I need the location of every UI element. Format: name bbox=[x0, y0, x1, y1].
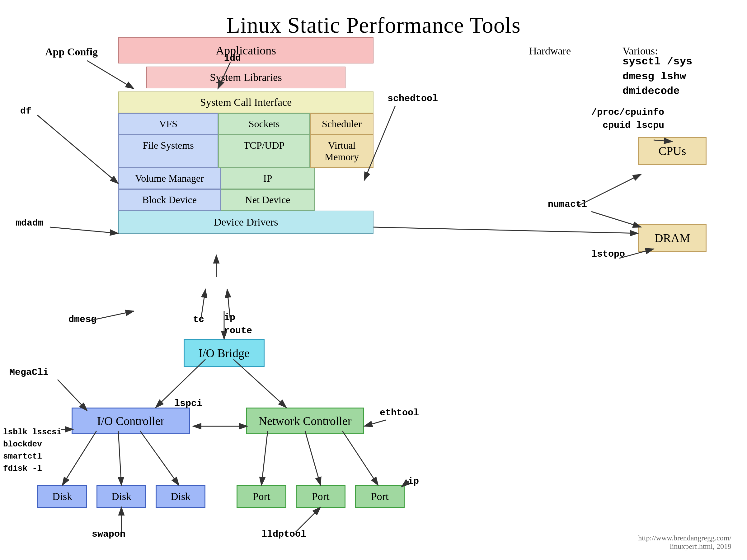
io-controller-box: I/O Controller bbox=[72, 407, 190, 434]
proc-cpuinfo-label: /proc/cpuinfocpuid lscpu bbox=[591, 106, 664, 132]
svg-line-4 bbox=[37, 115, 118, 184]
disk2-box: Disk bbox=[97, 485, 146, 508]
svg-line-26 bbox=[364, 420, 386, 426]
lldptool-label: lldptool bbox=[261, 529, 306, 539]
swapon-label: swapon bbox=[92, 529, 125, 539]
svg-line-21 bbox=[118, 431, 121, 485]
layer-net-device: Net Device bbox=[221, 189, 315, 211]
layer-scheduler: Scheduler bbox=[310, 113, 374, 135]
lstopo-label: lstopo bbox=[591, 249, 625, 260]
svg-line-23 bbox=[261, 431, 268, 485]
disk1-box: Disk bbox=[37, 485, 87, 508]
layer-tcp-udp: TCP/UDP bbox=[218, 135, 310, 168]
network-controller-box: Network Controller bbox=[246, 407, 364, 434]
svg-line-9 bbox=[591, 212, 641, 227]
layer-block-device: Block Device bbox=[118, 189, 221, 211]
port2-box: Port bbox=[296, 485, 345, 508]
numactl-label: numactl bbox=[548, 199, 587, 210]
tc-label: tc bbox=[193, 314, 204, 325]
disk3-box: Disk bbox=[156, 485, 205, 508]
layer-syscall-interface: System Call Interface bbox=[118, 91, 374, 113]
ip-label: ip bbox=[408, 476, 419, 486]
layer-ip: IP bbox=[221, 168, 315, 189]
ip-route-label: iproute bbox=[224, 311, 252, 337]
mdadm-label: mdadm bbox=[16, 218, 44, 229]
various-tools-label: sysctl /sysdmesg lshwdmidecode bbox=[622, 54, 692, 99]
layer-vfs: VFS bbox=[118, 113, 218, 135]
layer-device-drivers: Device Drivers bbox=[118, 211, 374, 234]
svg-line-12 bbox=[90, 311, 134, 320]
app-config-label: App Config bbox=[45, 46, 98, 58]
layer-file-systems: File Systems bbox=[118, 135, 218, 168]
svg-line-25 bbox=[342, 431, 378, 485]
layer-volume-manager: Volume Manager bbox=[118, 168, 221, 189]
dram-box: DRAM bbox=[638, 224, 706, 252]
lsblk-lsscsi-label: lsblk lsscsiblockdevsmartctlfdisk -l bbox=[3, 426, 61, 475]
copyright: http://www.brendangregg.com/linuxperf.ht… bbox=[638, 534, 731, 551]
cpus-box: CPUs bbox=[638, 137, 706, 165]
svg-line-22 bbox=[140, 431, 179, 485]
svg-line-7 bbox=[374, 227, 638, 233]
ldd-label: ldd bbox=[224, 53, 241, 63]
svg-line-24 bbox=[305, 431, 320, 485]
os-layers: Applications System Libraries System Cal… bbox=[118, 37, 374, 234]
hw-label: Hardware bbox=[529, 45, 571, 57]
layer-system-libraries: System Libraries bbox=[146, 66, 345, 88]
port3-box: Port bbox=[355, 485, 405, 508]
ethtool-label: ethtool bbox=[380, 407, 419, 418]
lspci-label: lspci bbox=[174, 398, 202, 409]
dmesg-label: dmesg bbox=[69, 314, 97, 325]
layer-sockets: Sockets bbox=[218, 113, 310, 135]
svg-line-11 bbox=[50, 227, 118, 233]
port1-box: Port bbox=[236, 485, 286, 508]
megacli-label: MegaCli bbox=[9, 367, 49, 378]
svg-line-20 bbox=[62, 431, 97, 485]
df-label: df bbox=[20, 106, 31, 116]
io-bridge-box: I/O Bridge bbox=[184, 339, 264, 367]
svg-line-29 bbox=[296, 507, 320, 532]
svg-line-8 bbox=[579, 174, 641, 205]
layer-applications: Applications bbox=[118, 37, 374, 63]
schedtool-label: schedtool bbox=[387, 93, 438, 104]
page-title: Linux Static Performance Tools bbox=[0, 0, 747, 38]
svg-line-31 bbox=[58, 379, 87, 411]
layer-virtual-memory: VirtualMemory bbox=[310, 135, 374, 168]
